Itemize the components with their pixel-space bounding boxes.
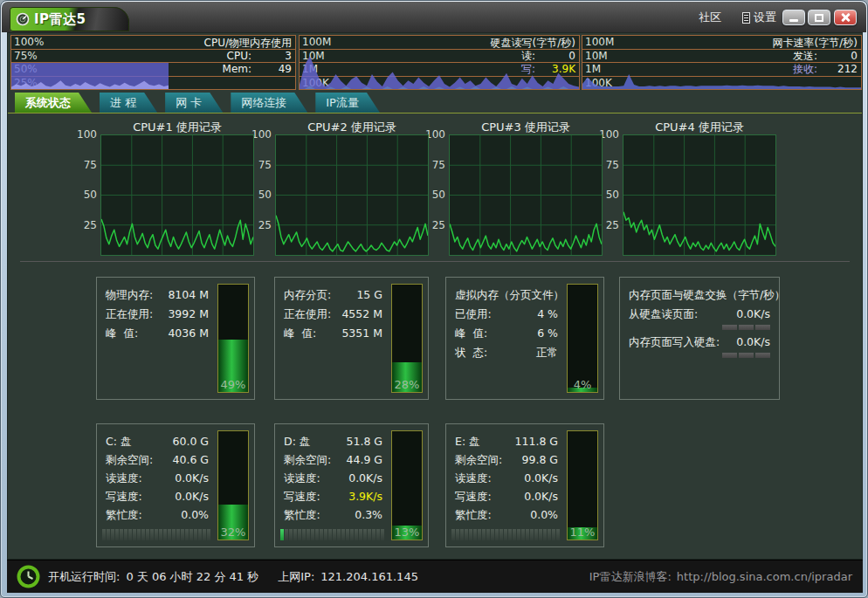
app-logo: IP雷达5	[10, 7, 129, 31]
maximize-button[interactable]	[808, 10, 830, 25]
network-overview-panel: 100M 10M 1M 100K 网卡速率(字节/秒) 发送:0 接收:212	[582, 35, 862, 90]
y-tick: 50	[71, 189, 97, 201]
stat-value: 5351 M	[341, 324, 382, 343]
stat-value: 0.0K/s	[524, 487, 558, 505]
swap-write-meter	[629, 353, 770, 358]
stat-label: 读速度:	[284, 469, 320, 487]
physical-memory-panel: 物理内存:8104 M 正在使用:3992 M 峰 值:4036 M 49%	[96, 277, 255, 400]
titlebar: IP雷达5 社区 设置	[2, 2, 866, 32]
stat-label: 状 态:	[455, 343, 487, 362]
stat-value: 4552 M	[341, 305, 382, 324]
minimize-icon	[789, 19, 798, 22]
close-icon	[840, 12, 851, 23]
gauge-percent: 11%	[568, 526, 597, 539]
tab-bar: 系统状态 进 程 网 卡 网络连接 IP流量	[15, 93, 380, 113]
page-memory-panel: 内存分页:15 G 正在使用:4552 M 峰 值:5351 M 28%	[274, 277, 429, 400]
stat-value: 44.9 G	[347, 450, 383, 469]
usage-gauge: 13%	[391, 430, 423, 540]
stat-label: C: 盘	[106, 432, 131, 450]
stat-label: 峰 值:	[284, 324, 316, 343]
stat-value: 3.9K/s	[348, 487, 382, 505]
cpu4-chart-title: CPU#4 使用记录	[623, 120, 776, 135]
stat-label: 已使用:	[455, 305, 492, 324]
stat-value: 40.6 G	[173, 450, 210, 469]
usage-gauge: 49%	[217, 284, 249, 393]
stat-value: 111.8 G	[515, 432, 558, 450]
stat-value: 60.0 G	[173, 432, 210, 450]
close-button[interactable]	[834, 10, 857, 25]
blog-label: IP雷达新浪博客:	[589, 569, 672, 585]
y-tick: 100	[71, 128, 97, 141]
app-title: IP雷达5	[34, 11, 86, 28]
ip-label: 上网IP:	[278, 569, 314, 585]
panel-title: 网卡速率(字节/秒)	[773, 37, 858, 49]
disk-c-panel: C: 盘60.0 G 剩余空间:40.6 G 读速度:0.0K/s 写速度:0.…	[96, 423, 255, 547]
usage-gauge: 11%	[567, 430, 598, 540]
stat-value: 4 %	[537, 305, 558, 324]
stat-value: 3992 M	[168, 305, 209, 324]
disk-busy-meter	[102, 529, 210, 540]
stat-label: 繁忙度:	[106, 505, 142, 524]
stat-value: 0.0K/s	[736, 305, 770, 324]
stat-value: 51.8 G	[347, 432, 383, 450]
stat-label: 写速度:	[106, 487, 142, 505]
stat-label: 物理内存:	[106, 285, 153, 305]
stat-value: 99.8 G	[522, 450, 559, 469]
stat-label: D: 盘	[284, 432, 310, 450]
stat-label: 读:	[521, 50, 535, 62]
gauge-percent: 4%	[568, 378, 597, 391]
disk-e-panel: E: 盘111.8 G 剩余空间:99.8 G 读速度:0.0K/s 写速度:0…	[445, 423, 604, 547]
stat-label: 剩余空间:	[106, 450, 153, 469]
stat-label: E: 盘	[455, 432, 480, 450]
usage-gauge: 32%	[217, 430, 249, 540]
blog-link[interactable]: http://blog.sina.com.cn/ipradar	[677, 570, 852, 583]
stat-value: 0.3%	[355, 505, 382, 524]
stat-value: 0.0K/s	[524, 469, 558, 487]
cpu1-usage-chart	[100, 134, 254, 256]
tab-system-status[interactable]: 系统状态	[15, 93, 92, 113]
tab-network-connections[interactable]: 网络连接	[231, 93, 307, 113]
maximize-icon	[815, 14, 823, 22]
disk-io-overview-panel: 100M 10M 1M 100K 硬盘读写(字节/秒) 读:0 写:3.9K	[299, 35, 580, 90]
swap-read-meter	[629, 325, 770, 330]
stat-label: 从硬盘读页面:	[629, 305, 698, 324]
tab-processes[interactable]: 进 程	[100, 93, 157, 113]
panel-title: 硬盘读写(字节/秒)	[491, 37, 575, 49]
settings-button[interactable]: 设置	[742, 10, 776, 25]
disk-busy-meter	[280, 529, 384, 540]
uptime-label: 开机运行时间:	[48, 569, 120, 585]
minimize-button[interactable]	[782, 10, 805, 25]
stat-label: 内存页面写入硬盘:	[629, 333, 720, 352]
tab-ip-traffic[interactable]: IP流量	[315, 93, 380, 113]
stat-label: 剩余空间:	[284, 450, 331, 469]
gauge-percent: 13%	[392, 526, 422, 539]
ip-value: 121.204.161.145	[320, 570, 418, 583]
stat-value: 8104 M	[168, 285, 209, 305]
tab-network-card[interactable]: 网 卡	[165, 93, 223, 113]
stat-value: 49	[251, 63, 292, 75]
cpu3-usage-chart	[449, 134, 603, 256]
panel-title: CPU/物理内存使用	[204, 37, 292, 49]
stat-label: 接收:	[793, 63, 817, 75]
radar-icon	[16, 12, 30, 26]
gauge-percent: 32%	[218, 526, 248, 539]
stat-value: 212	[817, 63, 858, 75]
community-button[interactable]: 社区	[699, 10, 721, 25]
cpu1-chart-title: CPU#1 使用记录	[100, 120, 254, 135]
stat-value: 6 %	[537, 324, 558, 343]
stat-value: 4036 M	[168, 324, 209, 343]
stat-value: 0.0K/s	[348, 469, 382, 487]
y-tick: 75	[71, 159, 97, 171]
cpu4-usage-chart	[623, 134, 776, 256]
stat-value: 15 G	[356, 285, 382, 305]
panel-header: 虚拟内存（分页文件）	[455, 285, 558, 305]
status-bar: 开机运行时间: 0 天 06 小时 22 分 41 秒 上网IP: 121.20…	[7, 560, 863, 593]
stat-label: 写速度:	[455, 487, 492, 505]
gauge-percent: 28%	[392, 378, 422, 391]
settings-icon	[742, 12, 750, 24]
stat-label: 读速度:	[455, 469, 492, 487]
tab-underline	[8, 113, 862, 113]
stat-label: 写速度:	[284, 487, 320, 505]
cpu2-usage-chart	[275, 134, 429, 256]
section-divider	[20, 261, 850, 262]
